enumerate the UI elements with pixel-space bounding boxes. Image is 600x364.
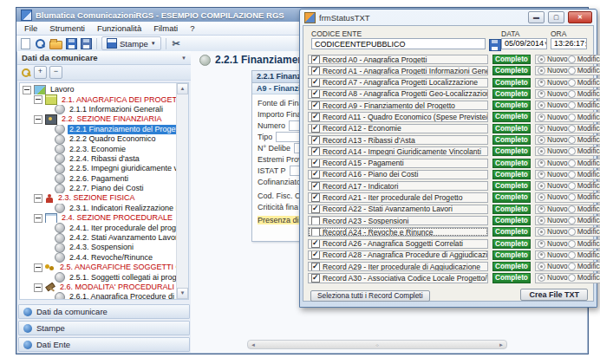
record-label-box[interactable]: Record A13 - Ribassi d'Asta xyxy=(308,135,488,145)
radio-nuovo[interactable]: Nuovo xyxy=(538,171,568,179)
record-label-box[interactable]: Record A9 - Finanziamento del Progetto xyxy=(308,101,488,110)
tree-item-2-6-modalita-procedurali-di-aggiudicazione[interactable]: 2.6. MODALITA' PROCEDURALI DI AGGIUDICAZ… xyxy=(20,283,177,292)
radio-modifica[interactable]: Modifica xyxy=(568,182,600,190)
tree-item-2-2-6-pagamenti[interactable]: 2.2.6. Pagamenti xyxy=(20,174,177,184)
stampe-button[interactable]: Stampe ▼ xyxy=(101,36,161,50)
expand-all-button[interactable]: + xyxy=(34,66,47,79)
expander-icon[interactable] xyxy=(34,95,42,104)
record-label-box[interactable]: Record A26 - Anagrafica Soggetti Correla… xyxy=(308,239,488,249)
record-label-box[interactable]: Record A11 - Quadro Economico (Spese Pre… xyxy=(308,112,488,121)
record-label-box[interactable]: Record A16 - Piano dei Costi xyxy=(308,170,488,179)
open-folder-icon[interactable] xyxy=(49,41,62,49)
menu-item-strumenti[interactable]: Strumenti xyxy=(43,22,91,35)
radio-modifica[interactable]: Modifica xyxy=(568,90,600,98)
expander-icon[interactable] xyxy=(34,194,42,203)
key-icon[interactable] xyxy=(21,68,31,78)
radio-modifica[interactable]: Modifica xyxy=(568,101,600,109)
print-icon[interactable] xyxy=(81,38,92,49)
scroll-right-icon[interactable]: ► xyxy=(499,342,504,348)
tree-item-2-4-3-sospensioni[interactable]: 2.4.3. Sospensioni xyxy=(20,243,177,252)
record-label-box[interactable]: Record A0 - Anagrafica Progetti xyxy=(308,55,488,64)
radio-modifica[interactable]: Modifica xyxy=(568,263,600,270)
radio-modifica[interactable]: Modifica xyxy=(568,193,600,201)
minimize-button[interactable]: ▬ xyxy=(528,11,545,23)
tree-item-2-2-2-quadro-economico[interactable]: 2.2.2 Quadro Economico xyxy=(20,134,177,144)
spinner-icons[interactable]: ▲▼ xyxy=(584,40,587,49)
radio-nuovo[interactable]: Nuovo xyxy=(538,240,568,248)
record-checkbox[interactable] xyxy=(311,124,320,133)
new-document-icon[interactable] xyxy=(21,38,30,49)
radio-modifica[interactable]: Modifica xyxy=(568,79,600,87)
record-checkbox[interactable] xyxy=(311,78,320,87)
select-all-button[interactable]: Seleziona tutti i Record Completi xyxy=(310,290,430,302)
tree-item-2-2-1-finanziamento-del-progetto[interactable]: 2.2.1 Finanziamento del Progetto xyxy=(20,125,177,134)
radio-nuovo[interactable]: Nuovo xyxy=(538,125,568,133)
record-label-box[interactable]: Record A30 - Associativa Codice Locale P… xyxy=(308,273,488,283)
tree-item-2-2-7-piano-dei-costi[interactable]: 2.2.7. Piano dei Costi xyxy=(20,184,177,193)
scroll-up-icon[interactable] xyxy=(177,83,188,94)
radio-nuovo[interactable]: Nuovo xyxy=(538,55,568,63)
radio-nuovo[interactable]: Nuovo xyxy=(538,182,568,190)
record-label-box[interactable]: Record A22 - Stati Avanzamento Lavori xyxy=(308,205,488,214)
record-checkbox[interactable] xyxy=(311,250,320,259)
chevron-down-icon[interactable]: ▼ xyxy=(544,38,547,49)
radio-modifica[interactable]: Modifica xyxy=(568,125,600,133)
tree-item-2-2-5-impegni-giuridicamente-vincolanti[interactable]: 2.2.5. Impegni giuridicamente vincolanti xyxy=(20,164,177,173)
radio-nuovo[interactable]: Nuovo xyxy=(538,90,568,98)
radio-modifica[interactable]: Modifica xyxy=(568,205,600,213)
record-label-box[interactable]: Record A23 - Sospensioni xyxy=(308,216,488,225)
tree-item-2-1-1-informazioni-generali[interactable]: 2.1.1 Informazioni Generali xyxy=(20,105,177,114)
tree-item-2-5-anagrafiche-soggetti-correlati[interactable]: 2.5. ANAGRAFICHE SOGGETTI CORRELATI xyxy=(20,263,177,272)
radio-modifica[interactable]: Modifica xyxy=(568,67,600,75)
tree-item-2-2-3-economie[interactable]: 2.2.3. Economie xyxy=(20,144,177,153)
record-checkbox[interactable] xyxy=(311,67,320,75)
radio-modifica[interactable]: Modifica xyxy=(568,251,600,259)
scroll-grip[interactable]: ⁘ xyxy=(375,341,379,348)
record-label-box[interactable]: Record A24 - Revoche e Rinunce xyxy=(308,227,488,237)
ora-spinner[interactable]: 13:26:17 ▲▼ xyxy=(551,38,587,49)
scroll-left-icon[interactable]: ◄ xyxy=(251,342,256,348)
record-label-box[interactable]: Record A14 - Impegni Giuridicamente Vinc… xyxy=(308,146,488,156)
radio-modifica[interactable]: Modifica xyxy=(568,159,600,167)
radio-nuovo[interactable]: Nuovo xyxy=(538,217,568,224)
record-label-box[interactable]: Record A29 - Iter procedurale di Aggiudi… xyxy=(308,262,488,271)
record-checkbox[interactable] xyxy=(311,136,320,145)
crea-file-txt-button[interactable]: Crea File TXT xyxy=(520,289,588,301)
record-checkbox[interactable] xyxy=(311,113,320,121)
maximize-button[interactable]: ▢ xyxy=(548,11,564,23)
tree-item-2-4-sezione-procedurale[interactable]: 2.4. SEZIONE PROCEDURALE xyxy=(20,213,177,223)
radio-nuovo[interactable]: Nuovo xyxy=(538,79,568,87)
dialog-title-bar[interactable]: frmStatusTXT ▬ ▢ ✕ xyxy=(303,10,594,25)
record-checkbox[interactable] xyxy=(311,193,320,202)
tree-item-2-4-2-stati-avanzamento-lavori[interactable]: 2.4.2. Stati Avanzamento Lavori xyxy=(20,233,177,243)
tree-item-2-5-1-soggetti-collegati-ai-progetti[interactable]: 2.5.1. Soggetti collegati ai progetti xyxy=(20,272,177,282)
expander-icon[interactable] xyxy=(23,86,31,94)
save-icon[interactable] xyxy=(66,38,77,49)
tree-item-2-4-1-iter-procedurale-del-progetto[interactable]: 2.4.1. Iter procedurale del progetto xyxy=(20,223,177,232)
sidebar-panel-dati-ente[interactable]: Dati Ente xyxy=(18,337,190,352)
close-button[interactable]: ✕ xyxy=(568,11,592,23)
radio-nuovo[interactable]: Nuovo xyxy=(538,193,568,201)
menu-item-help[interactable]: ? xyxy=(184,22,200,35)
record-checkbox[interactable] xyxy=(311,274,320,283)
radio-modifica[interactable]: Modifica xyxy=(568,240,600,248)
record-checkbox[interactable] xyxy=(311,182,320,191)
sidebar-header[interactable]: Dati da comunicare ▼ xyxy=(17,51,191,65)
data-combobox[interactable]: 05/09/2014 ▼ xyxy=(501,38,547,49)
radio-nuovo[interactable]: Nuovo xyxy=(538,67,568,75)
radio-nuovo[interactable]: Nuovo xyxy=(538,114,568,121)
record-label-box[interactable]: Record A12 - Economie xyxy=(308,124,488,133)
record-label-box[interactable]: Record A8 - Anagrafica Progetti Geo-Loca… xyxy=(308,89,488,99)
radio-nuovo[interactable]: Nuovo xyxy=(538,205,568,213)
record-label-box[interactable]: Record A1 - Anagrafica Progetti Informaz… xyxy=(308,66,488,75)
record-checkbox[interactable] xyxy=(311,89,320,98)
menu-item-funzionalit[interactable]: Funzionalità xyxy=(91,22,147,35)
radio-nuovo[interactable]: Nuovo xyxy=(538,136,568,144)
tree-scrollbar[interactable] xyxy=(176,83,188,299)
expander-icon[interactable] xyxy=(34,214,42,223)
save-icon[interactable] xyxy=(489,39,501,51)
radio-nuovo[interactable]: Nuovo xyxy=(538,251,568,259)
radio-modifica[interactable]: Modifica xyxy=(568,114,600,121)
radio-modifica[interactable]: Modifica xyxy=(568,147,600,155)
chevron-down-icon[interactable]: ▼ xyxy=(181,55,186,61)
